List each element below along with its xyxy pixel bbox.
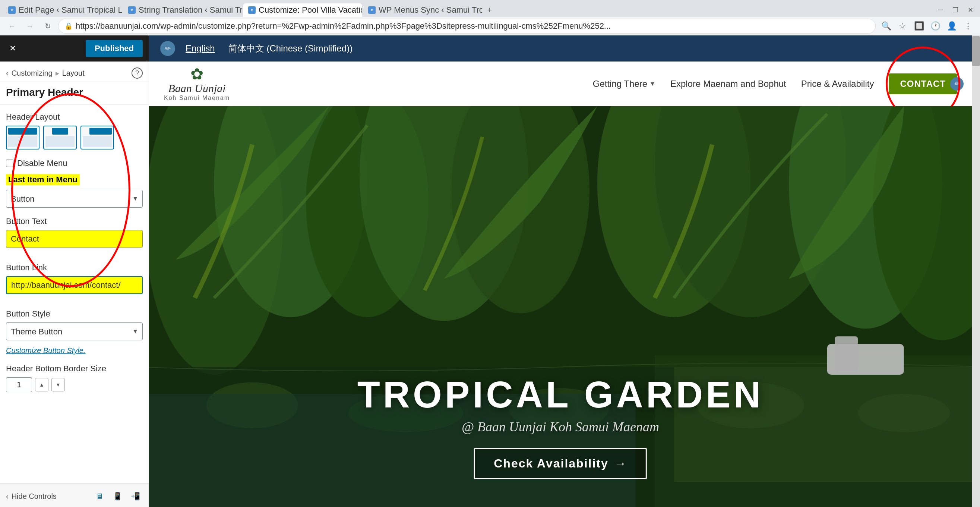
address-bar[interactable]: 🔒 https://baanuunjai.com/wp-admin/custom… <box>58 19 876 33</box>
button-style-label: Button Style <box>6 309 143 319</box>
button-text-group: Button Text <box>6 217 143 254</box>
history-button[interactable]: 🕐 <box>928 19 943 33</box>
sidebar-close-button[interactable]: ✕ <box>6 42 19 55</box>
browser-controls: ← → ↻ 🔒 https://baanuunjai.com/wp-admin/… <box>0 17 980 35</box>
contact-btn-wrapper: CONTACT ✏ <box>889 73 957 94</box>
preview-area: ✏ English 简体中文 (Chinese (Simplified)) ✿ … <box>149 35 980 507</box>
button-style-select-wrapper: Theme Button Custom Style ▼ <box>6 322 143 340</box>
contact-button-edit-icon[interactable]: ✏ <box>950 77 964 91</box>
reload-button[interactable]: ↻ <box>40 19 55 33</box>
tab-2-label: String Translation ‹ Samui Tropic... <box>138 5 242 15</box>
back-button[interactable]: ← <box>5 19 19 33</box>
main-layout: ✕ Published ‹ Customizing ▸ Layout ? Pri… <box>0 35 980 507</box>
lock-icon: 🔒 <box>64 22 73 30</box>
new-tab-button[interactable]: + <box>483 3 496 17</box>
tab-1[interactable]: ✦ Edit Page ‹ Samui Tropical Luxury... ✕ <box>3 3 122 17</box>
button-text-label: Button Text <box>6 217 143 226</box>
button-style-select[interactable]: Theme Button Custom Style <box>6 322 143 340</box>
nav-price-availability[interactable]: Price & Availability <box>801 79 874 89</box>
language-bar: ✏ English 简体中文 (Chinese (Simplified)) <box>149 35 972 62</box>
check-availability-arrow-icon: → <box>614 457 627 470</box>
last-item-group: Last Item in Menu Button Navigation Item… <box>6 174 143 208</box>
breadcrumb-back-button[interactable]: ‹ <box>6 69 9 78</box>
minimize-button[interactable]: ─ <box>934 3 947 17</box>
close-window-button[interactable]: ✕ <box>964 3 977 17</box>
nav-explore-label: Explore Maenam and Bophut <box>670 79 786 89</box>
extensions-button[interactable]: 🔲 <box>912 19 926 33</box>
preview-controls: 🖥 📱 📲 <box>92 489 143 504</box>
border-control: ▲ ▼ <box>6 377 143 392</box>
tab-4[interactable]: ✦ WP Menus Sync ‹ Samui Tropical... ✕ <box>363 3 482 17</box>
layout-option-2[interactable] <box>43 126 77 150</box>
customizer-sidebar: ✕ Published ‹ Customizing ▸ Layout ? Pri… <box>0 35 149 507</box>
menu-button[interactable]: ⋮ <box>961 19 975 33</box>
check-availability-button[interactable]: Check Availability → <box>474 448 647 479</box>
breadcrumb: ‹ Customizing ▸ Layout ? <box>0 62 149 82</box>
bookmark-button[interactable]: ☆ <box>895 19 910 33</box>
breadcrumb-separator: ▸ <box>56 69 59 78</box>
button-text-input[interactable] <box>6 230 143 248</box>
scroll-thumb <box>972 36 980 66</box>
last-item-select-wrapper: Button Navigation Item None ▼ <box>6 190 143 208</box>
chevron-left-icon: ‹ <box>6 492 9 501</box>
button-style-group: Button Style Theme Button Custom Style ▼… <box>6 309 143 355</box>
maximize-button[interactable]: ❐ <box>949 3 962 17</box>
sidebar-top-bar: ✕ Published <box>0 35 149 62</box>
disable-menu-row: Disable Menu <box>6 158 143 168</box>
browser-chrome: ✦ Edit Page ‹ Samui Tropical Luxury... ✕… <box>0 0 980 35</box>
section-title: Primary Header <box>0 82 149 105</box>
border-down-button[interactable]: ▼ <box>51 378 65 391</box>
hero-subtitle: @ Baan Uunjai Koh Samui Maenam <box>357 419 764 435</box>
disable-menu-label: Disable Menu <box>17 158 67 168</box>
language-bar-edit-icon[interactable]: ✏ <box>160 41 175 56</box>
nav-getting-there[interactable]: Getting There ▼ <box>593 79 655 89</box>
desktop-preview-button[interactable]: 🖥 <box>92 489 107 504</box>
layout-options <box>6 126 143 150</box>
button-link-input[interactable] <box>6 276 143 294</box>
tab-bar: ✦ Edit Page ‹ Samui Tropical Luxury... ✕… <box>0 0 980 17</box>
hero-content: TROPICAL GARDEN @ Baan Uunjai Koh Samui … <box>357 376 764 479</box>
browser-actions: 🔍 ☆ 🔲 🕐 👤 ⋮ <box>879 19 975 33</box>
mobile-preview-button[interactable]: 📲 <box>128 489 143 504</box>
last-item-select[interactable]: Button Navigation Item None <box>6 190 143 208</box>
tab-2[interactable]: ✦ String Translation ‹ Samui Tropic... ✕ <box>123 3 242 17</box>
hide-controls-label: Hide Controls <box>11 492 57 501</box>
tab-4-label: WP Menus Sync ‹ Samui Tropical... <box>379 5 482 15</box>
check-availability-label: Check Availability <box>494 457 608 470</box>
website-preview: ✏ English 简体中文 (Chinese (Simplified)) ✿ … <box>149 35 972 507</box>
search-button[interactable]: 🔍 <box>879 19 894 33</box>
tab-3[interactable]: ✦ Customize: Pool Villa Vacation Re... ✕ <box>243 3 362 17</box>
nav-getting-there-dropdown-icon: ▼ <box>649 81 655 87</box>
layout-option-1[interactable] <box>6 126 40 150</box>
nav-price-label: Price & Availability <box>801 79 874 89</box>
header-border-group: Header Bottom Border Size ▲ ▼ <box>6 364 143 392</box>
border-size-input[interactable] <box>6 377 32 392</box>
breadcrumb-parent: Customizing <box>11 69 52 78</box>
language-chinese[interactable]: 简体中文 (Chinese (Simplified)) <box>226 41 355 56</box>
forward-button[interactable]: → <box>22 19 37 33</box>
breadcrumb-child: Layout <box>62 69 84 78</box>
tab-3-favicon: ✦ <box>248 6 256 14</box>
language-english[interactable]: English <box>183 42 218 55</box>
hide-controls-button[interactable]: ‹ Hide Controls <box>6 492 57 501</box>
sidebar-content: Header Layout <box>0 105 149 483</box>
account-button[interactable]: 👤 <box>944 19 959 33</box>
nav-contact-button[interactable]: CONTACT <box>889 73 957 94</box>
header-layout-group: Header Layout <box>6 112 143 150</box>
border-up-button[interactable]: ▲ <box>35 378 48 391</box>
site-header: ✿ Baan Uunjai Koh Samui Maenam Getting T… <box>149 62 972 106</box>
preview-scrollbar[interactable] <box>972 35 980 507</box>
hide-controls-bar: ‹ Hide Controls 🖥 📱 📲 <box>0 483 149 507</box>
customize-button-style-link[interactable]: Customize Button Style. <box>6 346 143 355</box>
layout-option-3[interactable] <box>81 126 114 150</box>
logo-sub: Koh Samui Maenam <box>164 95 230 101</box>
tablet-preview-button[interactable]: 📱 <box>110 489 125 504</box>
published-button[interactable]: Published <box>86 40 143 57</box>
nav-explore[interactable]: Explore Maenam and Bophut <box>670 79 786 89</box>
site-logo[interactable]: ✿ Baan Uunjai Koh Samui Maenam <box>164 66 230 101</box>
help-button[interactable]: ? <box>132 67 143 79</box>
nav-getting-there-label: Getting There <box>593 79 647 89</box>
hero-section: TROPICAL GARDEN @ Baan Uunjai Koh Samui … <box>149 106 972 507</box>
disable-menu-checkbox[interactable] <box>6 159 13 167</box>
hero-title: TROPICAL GARDEN <box>357 376 764 413</box>
